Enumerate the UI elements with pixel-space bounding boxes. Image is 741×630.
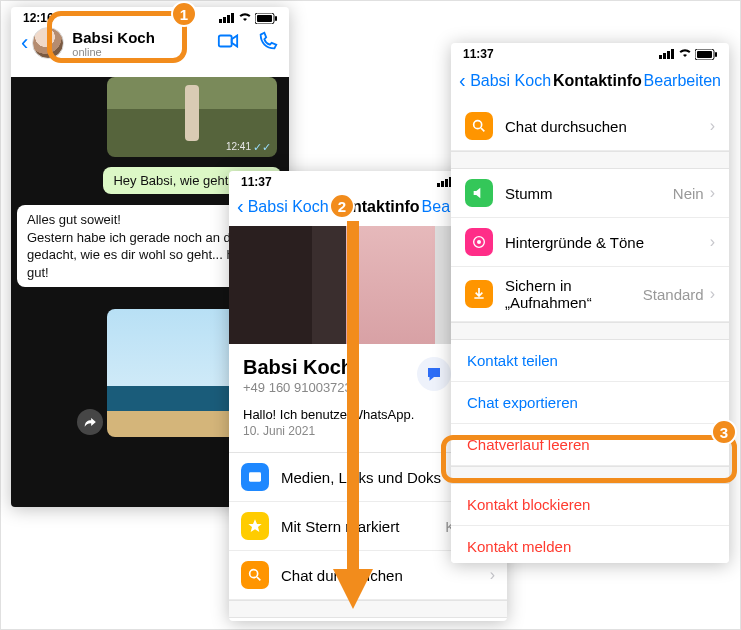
- row-report-contact[interactable]: Kontakt melden: [451, 526, 729, 563]
- nav-bar: ‹ Babsi Koch Kontaktinfo Bearbeiten: [451, 63, 729, 102]
- photos-icon: [241, 463, 269, 491]
- contact-status: online: [72, 46, 155, 58]
- forward-icon[interactable]: [77, 409, 103, 435]
- chat-header: ‹ Babsi Koch online: [11, 27, 289, 65]
- svg-point-29: [477, 240, 481, 244]
- svg-rect-16: [249, 472, 261, 481]
- svg-rect-10: [445, 179, 448, 187]
- svg-rect-3: [231, 13, 234, 23]
- svg-rect-19: [659, 55, 662, 59]
- video-call-icon[interactable]: [217, 30, 239, 56]
- step-badge-1: 1: [171, 1, 197, 27]
- svg-rect-9: [441, 181, 444, 187]
- svg-rect-22: [671, 49, 674, 59]
- row-mute[interactable]: Stumm Nein ›: [229, 618, 507, 621]
- back-button[interactable]: ‹ Babsi Koch: [459, 69, 551, 92]
- row-wallpaper[interactable]: Hintergründe & Töne ›: [451, 218, 729, 267]
- svg-rect-24: [697, 51, 712, 58]
- status-icons: [219, 13, 277, 24]
- nav-title: Kontaktinfo: [551, 72, 644, 90]
- row-search-chat[interactable]: Chat durchsuchen ›: [451, 102, 729, 151]
- svg-rect-20: [663, 53, 666, 59]
- download-icon: [465, 280, 493, 308]
- step-badge-3: 3: [711, 419, 737, 445]
- read-ticks-icon: ✓✓: [253, 141, 271, 154]
- back-label[interactable]: Babsi Koch: [248, 198, 329, 216]
- contact-name: Babsi Koch: [72, 29, 155, 46]
- contact-info-screen-bottom: 11:37 ‹ Babsi Koch Kontaktinfo Bearbeite…: [451, 43, 729, 563]
- row-mute[interactable]: Stumm Nein ›: [451, 169, 729, 218]
- avatar: [32, 27, 64, 59]
- star-icon: [241, 512, 269, 540]
- svg-line-18: [257, 577, 260, 580]
- svg-rect-8: [437, 183, 440, 187]
- wallpaper-icon: [465, 228, 493, 256]
- message-icon[interactable]: [417, 357, 451, 391]
- speaker-icon: [465, 179, 493, 207]
- svg-rect-25: [715, 52, 717, 57]
- row-clear-chat[interactable]: Chatverlauf leeren: [451, 424, 729, 466]
- status-icons: [659, 49, 717, 60]
- status-time: 12:16: [23, 11, 54, 25]
- svg-rect-5: [257, 15, 272, 22]
- image-message[interactable]: 12:41✓✓: [107, 77, 277, 157]
- search-icon: [465, 112, 493, 140]
- step-badge-2: 2: [329, 193, 355, 219]
- svg-rect-21: [667, 51, 670, 59]
- status-time: 11:37: [463, 47, 494, 61]
- chevron-icon: ›: [710, 184, 715, 202]
- row-block-contact[interactable]: Kontakt blockieren: [451, 484, 729, 526]
- svg-point-26: [474, 121, 482, 129]
- back-button[interactable]: ‹: [21, 30, 32, 56]
- message-time: 12:41: [226, 141, 251, 154]
- audio-call-icon[interactable]: [257, 30, 279, 56]
- chevron-icon: ›: [710, 285, 715, 303]
- status-bar: 12:16: [11, 7, 289, 27]
- search-icon: [241, 561, 269, 589]
- svg-rect-2: [227, 15, 230, 23]
- status-time: 11:37: [241, 175, 272, 189]
- row-export-chat[interactable]: Chat exportieren: [451, 382, 729, 424]
- chevron-icon: ›: [490, 566, 495, 584]
- contact-header-button[interactable]: Babsi Koch online: [32, 27, 155, 59]
- svg-rect-6: [275, 16, 277, 21]
- svg-point-17: [250, 570, 258, 578]
- back-icon[interactable]: ‹: [237, 195, 248, 218]
- svg-rect-0: [219, 19, 222, 23]
- row-save-to-camera[interactable]: Sichern in „Aufnahmen“ Standard ›: [451, 267, 729, 322]
- row-share-contact[interactable]: Kontakt teilen: [451, 340, 729, 382]
- status-bar: 11:37: [451, 43, 729, 63]
- chevron-icon: ›: [710, 233, 715, 251]
- svg-line-27: [481, 128, 484, 131]
- edit-button[interactable]: Bearbeiten: [644, 72, 721, 90]
- svg-rect-1: [223, 17, 226, 23]
- svg-rect-7: [219, 36, 232, 47]
- chevron-icon: ›: [710, 117, 715, 135]
